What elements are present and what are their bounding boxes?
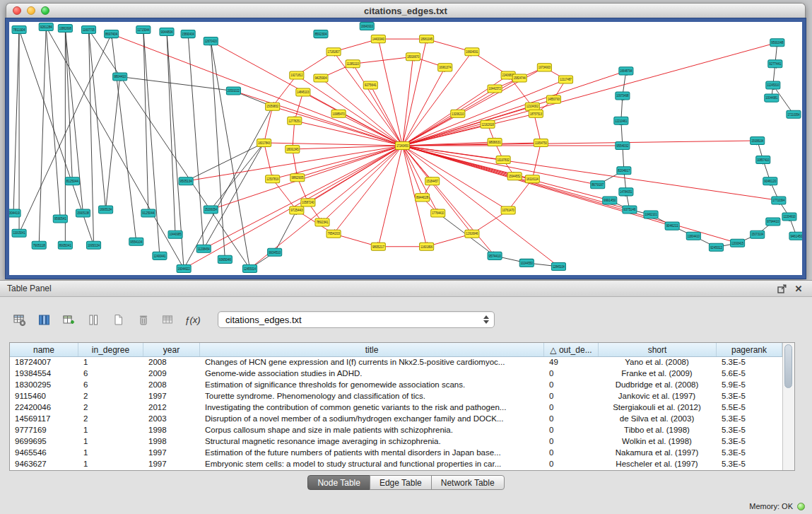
graph-node[interactable]: 10197832 xyxy=(496,156,510,164)
graph-node[interactable]: 9862905 xyxy=(290,174,305,182)
graph-node[interactable]: 11804410 xyxy=(686,232,700,240)
graph-edge[interactable] xyxy=(295,121,403,146)
graph-node[interactable]: 11915041 xyxy=(12,229,26,237)
table-scrollbar[interactable] xyxy=(782,343,794,470)
graph-node[interactable]: 18316670 xyxy=(406,53,420,61)
graph-node[interactable]: 12670420 xyxy=(204,37,218,45)
table-row[interactable]: 977716911998Corpus callosum shape and si… xyxy=(10,425,782,436)
graph-node[interactable]: 15905138 xyxy=(76,209,90,217)
graph-node[interactable]: 9261284 xyxy=(39,23,53,31)
graph-node[interactable]: 11607705 xyxy=(81,26,95,34)
graph-node[interactable]: 9554104 xyxy=(129,238,143,245)
float-panel-icon[interactable] xyxy=(775,283,788,294)
column-header-short[interactable]: short xyxy=(599,343,717,356)
graph-edge[interactable] xyxy=(353,57,413,64)
graph-node[interactable]: 9725443 xyxy=(290,206,304,214)
graph-edge[interactable] xyxy=(211,41,225,259)
table-settings-button[interactable] xyxy=(10,310,29,329)
graph-node[interactable]: 17764410 xyxy=(431,209,445,217)
column-header-in_degree[interactable]: in_degree xyxy=(78,343,143,356)
graph-node[interactable]: 9046120 xyxy=(763,177,777,185)
graph-node[interactable]: 16905134 xyxy=(99,206,113,214)
graph-edge[interactable] xyxy=(39,27,46,245)
graph-node[interactable]: 9044804 xyxy=(160,28,174,36)
graph-node[interactable]: 16640910 xyxy=(360,23,374,30)
function-builder-button[interactable]: ƒ(x) xyxy=(183,310,202,329)
graph-node[interactable]: 9591048 xyxy=(770,39,784,47)
import-table-button[interactable] xyxy=(158,310,177,329)
graph-node[interactable]: 12537819 xyxy=(266,175,280,183)
window-titlebar[interactable]: citations_edges.txt xyxy=(6,3,806,18)
graph-node[interactable]: 17710394 xyxy=(772,197,786,204)
graph-edge[interactable] xyxy=(264,107,273,143)
table-row[interactable]: 946554611997Estimation of the future num… xyxy=(10,448,782,459)
graph-node[interactable]: 9275641 xyxy=(363,81,377,89)
graph-edge[interactable] xyxy=(402,146,737,243)
close-panel-icon[interactable]: ✕ xyxy=(792,283,805,294)
graph-node[interactable]: 9505134 xyxy=(179,177,193,185)
column-header-name[interactable]: name xyxy=(10,343,78,356)
graph-edge[interactable] xyxy=(65,28,72,181)
graph-edge[interactable] xyxy=(264,143,273,179)
table-row[interactable]: 911546021997Tourette syndrome. Phenomeno… xyxy=(10,391,782,402)
graph-edge[interactable] xyxy=(13,30,19,213)
new-table-button[interactable] xyxy=(109,310,128,329)
graph-node[interactable]: 10761470 xyxy=(501,206,515,214)
table-panel-titlebar[interactable]: Table Panel ✕ xyxy=(0,281,812,297)
graph-node[interactable]: 9277441 xyxy=(768,60,782,68)
graph-node[interactable]: 12778251 xyxy=(288,117,302,124)
graph-edge[interactable] xyxy=(211,143,264,210)
graph-node[interactable]: 9794410 xyxy=(766,218,780,226)
graph-node[interactable]: 7905118 xyxy=(32,241,46,249)
graph-node[interactable]: 9554032 xyxy=(616,141,630,149)
graph-node[interactable]: 8592304 xyxy=(314,30,328,38)
graph-node[interactable]: 7654203 xyxy=(326,230,341,238)
table-row[interactable]: 1872400712008Changes of HCN gene express… xyxy=(10,357,782,368)
graph-node[interactable]: 10440985 xyxy=(168,230,182,238)
graph-node[interactable]: 9125044 xyxy=(141,209,155,217)
graph-edge[interactable] xyxy=(264,143,403,146)
graph-node[interactable]: 10244550 xyxy=(519,259,534,267)
graph-node[interactable]: 9365046 xyxy=(218,255,232,263)
graph-edge[interactable] xyxy=(204,146,402,249)
graph-edge[interactable] xyxy=(308,146,403,202)
graph-node[interactable]: 15938104 xyxy=(751,136,765,144)
graph-node[interactable]: 9805217 xyxy=(371,243,385,250)
graph-node[interactable]: 10950134 xyxy=(86,241,100,249)
graph-node[interactable]: 10441572 xyxy=(488,85,502,93)
graph-edge[interactable] xyxy=(273,75,297,106)
graph-node[interactable]: 9934510 xyxy=(268,248,282,256)
graph-node[interactable]: 16648794 xyxy=(619,67,633,75)
graph-edge[interactable] xyxy=(508,179,532,210)
graph-node[interactable]: 8304419 xyxy=(9,209,20,217)
graph-node[interactable]: 18757513 xyxy=(529,110,543,117)
graph-node[interactable]: 11245310 xyxy=(766,81,780,89)
graph-node[interactable]: 19271812 xyxy=(290,71,304,79)
graph-node[interactable]: 17240450 xyxy=(395,141,409,149)
graph-node[interactable]: 10587240 xyxy=(301,199,315,206)
graph-node[interactable]: 10973498 xyxy=(616,92,630,100)
graph-node[interactable]: 12104302 xyxy=(525,103,539,110)
graph-node[interactable]: 8944028 xyxy=(416,194,430,201)
graph-node[interactable]: 12204910 xyxy=(782,213,796,221)
graph-node[interactable]: 15059832 xyxy=(266,103,280,110)
graph-node[interactable]: 9245012 xyxy=(709,243,723,251)
tab-edge-table[interactable]: Edge Table xyxy=(370,475,432,490)
graph-node[interactable]: 18091345 xyxy=(286,145,300,153)
graph-node[interactable]: 10044981 xyxy=(765,94,779,102)
graph-node[interactable]: 11954750 xyxy=(534,139,548,146)
graph-edge[interactable] xyxy=(402,146,609,200)
graph-node[interactable]: 15890404 xyxy=(181,30,195,38)
graph-node[interactable]: 12845104 xyxy=(551,262,565,270)
graph-edge[interactable] xyxy=(402,89,495,146)
column-header-pagerank[interactable]: pagerank xyxy=(717,343,782,356)
tab-node-table[interactable]: Node Table xyxy=(307,475,370,490)
graph-node[interactable]: 14845103 xyxy=(296,88,310,96)
graph-node[interactable]: 14400940 xyxy=(371,35,385,43)
table-row[interactable]: 969969511998Structural magnetic resonanc… xyxy=(10,436,782,448)
close-window-button[interactable] xyxy=(13,6,21,15)
graph-node[interactable]: 9046211 xyxy=(665,222,679,230)
network-graph-canvas[interactable]: 1724045011954750121043022240683816604091… xyxy=(9,22,802,275)
graph-node[interactable]: 8679197 xyxy=(591,181,605,189)
minimize-window-button[interactable] xyxy=(27,6,35,15)
